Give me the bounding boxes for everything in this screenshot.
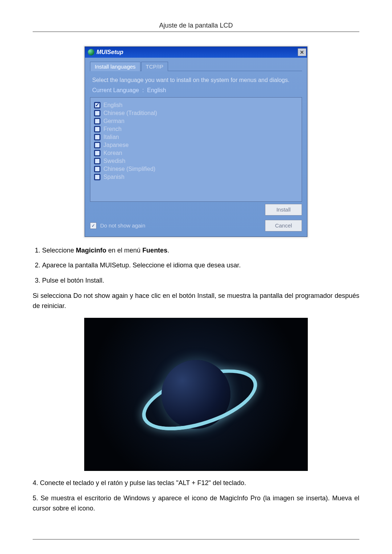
checkbox-icon[interactable] bbox=[94, 150, 101, 156]
footer-rule bbox=[33, 539, 359, 539]
lang-item-english[interactable]: English bbox=[94, 102, 298, 108]
step-5: 5. Se muestra el escritorio de Windows y… bbox=[33, 493, 359, 514]
close-button[interactable]: ✕ bbox=[298, 48, 306, 56]
lang-label: Korean bbox=[103, 150, 122, 156]
lang-label: German bbox=[103, 118, 124, 124]
lang-item-chinese-simplified[interactable]: Chinese (Simplified) bbox=[94, 166, 298, 172]
instruction-list: Seleccione Magicinfo en el menú Fuentes.… bbox=[33, 246, 359, 286]
checkbox-icon[interactable] bbox=[94, 118, 101, 124]
lang-label: Chinese (Simplified) bbox=[103, 166, 155, 172]
close-icon: ✕ bbox=[300, 50, 304, 55]
step-3: Pulse el botón Install. bbox=[42, 276, 359, 286]
install-button-row: Install bbox=[90, 204, 302, 216]
tab-strip: Install languages TCP/IP bbox=[90, 61, 302, 71]
mid-paragraph: Si selecciona Do not show again y hace c… bbox=[33, 291, 359, 311]
current-language-value: English bbox=[147, 87, 166, 93]
lang-item-japanese[interactable]: Japanese bbox=[94, 142, 298, 148]
check-icon: ✓ bbox=[91, 223, 95, 228]
step-1-bold-fuentes: Fuentes bbox=[142, 247, 167, 254]
globe-graphic bbox=[162, 360, 230, 429]
lang-item-italian[interactable]: Italian bbox=[94, 134, 298, 140]
dialog-title-text: MUISetup bbox=[97, 49, 123, 56]
step-2: Aparece la pantalla MUISetup. Seleccione… bbox=[42, 260, 359, 271]
step-1-text-e: . bbox=[167, 247, 169, 254]
lang-item-french[interactable]: French bbox=[94, 126, 298, 132]
page-header-title: Ajuste de la pantalla LCD bbox=[33, 22, 359, 29]
dialog-body: Install languages TCP/IP Select the lang… bbox=[85, 58, 307, 237]
checkbox-icon[interactable] bbox=[94, 142, 101, 148]
checkbox-icon[interactable] bbox=[94, 126, 101, 132]
step-1-text-a: Seleccione bbox=[42, 247, 76, 254]
dialog-titlebar: MUISetup ✕ bbox=[85, 47, 307, 58]
step-4: 4. Conecte el teclado y el ratón y pulse… bbox=[33, 478, 359, 488]
lang-item-swedish[interactable]: Swedish bbox=[94, 158, 298, 164]
cancel-button[interactable]: Cancel bbox=[265, 220, 302, 231]
lang-item-german[interactable]: German bbox=[94, 118, 298, 124]
lang-label: Swedish bbox=[103, 158, 125, 164]
boot-globe-screenshot bbox=[84, 318, 308, 471]
lang-label: French bbox=[103, 126, 122, 132]
document-page: Ajuste de la pantalla LCD MUISetup ✕ Ins… bbox=[0, 0, 392, 554]
current-language-label: Current Language bbox=[92, 87, 139, 93]
checkbox-icon[interactable] bbox=[94, 174, 101, 180]
header-rule bbox=[33, 32, 359, 32]
lang-item-chinese-traditional[interactable]: Chinese (Traditional) bbox=[94, 110, 298, 116]
tab-tcpip[interactable]: TCP/IP bbox=[141, 62, 168, 71]
checkbox-icon[interactable] bbox=[94, 110, 101, 116]
dialog-instructions: Select the language you want to install … bbox=[92, 76, 300, 84]
language-list: English Chinese (Traditional) German Fre… bbox=[90, 97, 302, 202]
checkbox-icon[interactable] bbox=[94, 134, 101, 140]
lang-label: Italian bbox=[103, 134, 119, 140]
current-language-row: Current Language : English bbox=[92, 87, 300, 94]
dialog-footer: ✓ Do not show again Cancel bbox=[90, 220, 302, 231]
lang-item-spanish[interactable]: Spanish bbox=[94, 174, 298, 180]
lang-label: Spanish bbox=[103, 174, 124, 180]
step-1-bold-magicinfo: Magicinfo bbox=[76, 247, 106, 254]
install-button[interactable]: Install bbox=[265, 204, 302, 216]
muisetup-dialog: MUISetup ✕ Install languages TCP/IP Sele… bbox=[85, 46, 307, 237]
globe-icon bbox=[88, 49, 94, 56]
tab-install-languages[interactable]: Install languages bbox=[90, 62, 140, 71]
lang-item-korean[interactable]: Korean bbox=[94, 150, 298, 156]
step-1: Seleccione Magicinfo en el menú Fuentes. bbox=[42, 246, 359, 256]
lang-label: Japanese bbox=[103, 142, 128, 148]
lang-label: Chinese (Traditional) bbox=[103, 110, 157, 116]
checkbox-icon[interactable] bbox=[94, 166, 101, 172]
dont-show-again-label: Do not show again bbox=[100, 222, 261, 229]
checkbox-icon[interactable] bbox=[94, 158, 101, 164]
dont-show-again-checkbox[interactable]: ✓ bbox=[90, 222, 97, 229]
step-1-text-c: en el menú bbox=[106, 247, 142, 254]
muisetup-screenshot: MUISetup ✕ Install languages TCP/IP Sele… bbox=[85, 46, 307, 237]
lang-label: English bbox=[103, 102, 122, 108]
checkbox-icon[interactable] bbox=[94, 102, 101, 108]
